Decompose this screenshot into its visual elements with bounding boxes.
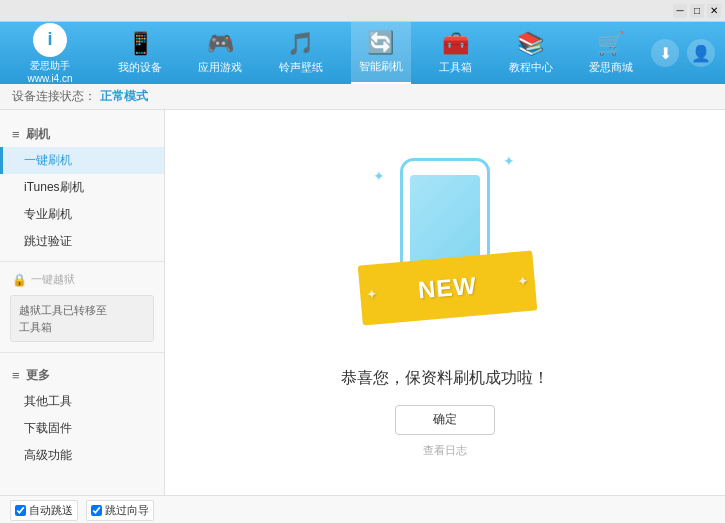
sidebar-divider-1 <box>0 261 164 262</box>
skip-wizard-label: 跳过向导 <box>105 503 149 518</box>
apps-games-icon: 🎮 <box>207 31 234 57</box>
flash-section-title: ≡ 刷机 <box>0 122 164 147</box>
sidebar: ≡ 刷机 一键刷机 iTunes刷机 专业刷机 跳过验证 🔒 一键越狱 越狱工具… <box>0 110 165 495</box>
nav-items: 📱 我的设备 🎮 应用游戏 🎵 铃声壁纸 🔄 智能刷机 🧰 工具箱 📚 教程中心… <box>100 22 651 84</box>
center-area: ✦ ✦ ✦ NEW 恭喜您，保资料刷机成功啦！ 确定 查看日志 <box>165 110 725 495</box>
nav-ringtones[interactable]: 🎵 铃声壁纸 <box>271 22 331 84</box>
nav-toolbox-label: 工具箱 <box>439 60 472 75</box>
nav-smart-flash[interactable]: 🔄 智能刷机 <box>351 22 411 84</box>
auto-jump-input[interactable] <box>15 505 26 516</box>
jailbreak-notice: 越狱工具已转移至 工具箱 <box>10 295 154 342</box>
sidebar-itunes-flash[interactable]: iTunes刷机 <box>0 174 164 201</box>
nav-right-actions: ⬇ 👤 <box>651 39 725 67</box>
smart-flash-icon: 🔄 <box>367 30 394 56</box>
nav-apps-games-label: 应用游戏 <box>198 60 242 75</box>
skip-wizard-checkbox[interactable]: 跳过向导 <box>86 500 154 521</box>
full-bottom: 自动跳送 跳过向导 📱 iPhone 12 mini 64GB Down-12m… <box>0 495 725 523</box>
logo-site: www.i4.cn <box>27 73 72 84</box>
auto-jump-label: 自动跳送 <box>29 503 73 518</box>
navbar: i 爱思助手 www.i4.cn 📱 我的设备 🎮 应用游戏 🎵 铃声壁纸 🔄 … <box>0 22 725 84</box>
sparkle-1: ✦ <box>373 168 385 184</box>
sidebar-download-fw[interactable]: 下载固件 <box>0 415 164 442</box>
flash-section-icon: ≡ <box>12 127 20 142</box>
more-section-icon: ≡ <box>12 368 20 383</box>
sidebar-other-tools[interactable]: 其他工具 <box>0 388 164 415</box>
skip-wizard-input[interactable] <box>91 505 102 516</box>
success-text: 恭喜您，保资料刷机成功啦！ <box>341 368 549 389</box>
sparkle-2: ✦ <box>503 153 515 169</box>
jailbreak-section-title: 🔒 一键越狱 <box>0 268 164 291</box>
new-ribbon: NEW <box>358 250 538 325</box>
download-button[interactable]: ⬇ <box>651 39 679 67</box>
user-button[interactable]: 👤 <box>687 39 715 67</box>
sidebar-skip-verify[interactable]: 跳过验证 <box>0 228 164 255</box>
main-content: ≡ 刷机 一键刷机 iTunes刷机 专业刷机 跳过验证 🔒 一键越狱 越狱工具… <box>0 110 725 495</box>
sidebar-divider-2 <box>0 352 164 353</box>
sidebar-pro-flash[interactable]: 专业刷机 <box>0 201 164 228</box>
title-bar: ─ □ ✕ <box>0 0 725 22</box>
think-store-icon: 🛒 <box>597 31 624 57</box>
tutorial-icon: 📚 <box>517 31 544 57</box>
maximize-button[interactable]: □ <box>690 4 704 18</box>
status-bar: 设备连接状态： 正常模式 <box>0 84 725 110</box>
toolbox-icon: 🧰 <box>442 31 469 57</box>
close-button[interactable]: ✕ <box>707 4 721 18</box>
confirm-button[interactable]: 确定 <box>395 405 495 435</box>
nav-my-device[interactable]: 📱 我的设备 <box>110 22 170 84</box>
minimize-button[interactable]: ─ <box>673 4 687 18</box>
nav-my-device-label: 我的设备 <box>118 60 162 75</box>
logo-area: i 爱思助手 www.i4.cn <box>0 22 100 84</box>
logo-name: 爱思助手 <box>30 59 70 73</box>
nav-toolbox[interactable]: 🧰 工具箱 <box>431 22 480 84</box>
nav-tutorial[interactable]: 📚 教程中心 <box>501 22 561 84</box>
status-label: 设备连接状态： <box>12 88 96 105</box>
nav-tutorial-label: 教程中心 <box>509 60 553 75</box>
nav-smart-flash-label: 智能刷机 <box>359 59 403 74</box>
my-device-icon: 📱 <box>127 31 154 57</box>
nav-think-store-label: 爱思商城 <box>589 60 633 75</box>
ringtones-icon: 🎵 <box>287 31 314 57</box>
nav-apps-games[interactable]: 🎮 应用游戏 <box>190 22 250 84</box>
logo-icon: i <box>33 23 67 57</box>
nav-think-store[interactable]: 🛒 爱思商城 <box>581 22 641 84</box>
nav-ringtones-label: 铃声壁纸 <box>279 60 323 75</box>
sidebar-advanced[interactable]: 高级功能 <box>0 442 164 469</box>
illustration: ✦ ✦ ✦ NEW <box>345 148 545 348</box>
bottom-row1: 自动跳送 跳过向导 <box>0 496 725 523</box>
auto-jump-checkbox[interactable]: 自动跳送 <box>10 500 78 521</box>
secondary-link[interactable]: 查看日志 <box>423 443 467 458</box>
status-value: 正常模式 <box>100 88 148 105</box>
sidebar-one-click-flash[interactable]: 一键刷机 <box>0 147 164 174</box>
more-section-title: ≡ 更多 <box>0 363 164 388</box>
